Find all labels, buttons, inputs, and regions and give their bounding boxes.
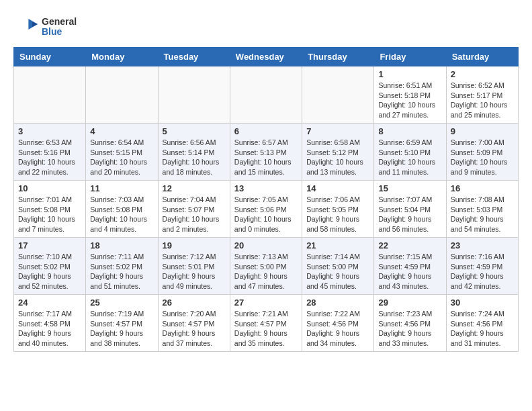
- day-info: Sunrise: 6:59 AMSunset: 5:10 PMDaylight:…: [378, 138, 441, 177]
- day-number: 7: [306, 126, 369, 136]
- calendar-cell: 29Sunrise: 7:23 AMSunset: 4:56 PMDayligh…: [374, 295, 446, 352]
- day-info: Sunrise: 7:12 AMSunset: 5:01 PMDaylight:…: [163, 252, 226, 291]
- day-info: Sunrise: 6:58 AMSunset: 5:12 PMDaylight:…: [306, 138, 369, 177]
- day-info: Sunrise: 7:00 AMSunset: 5:09 PMDaylight:…: [451, 138, 514, 177]
- day-number: 23: [451, 240, 514, 250]
- day-info: Sunrise: 7:05 AMSunset: 5:06 PMDaylight:…: [234, 195, 298, 234]
- day-number: 9: [451, 126, 514, 136]
- calendar-cell: 2Sunrise: 6:52 AMSunset: 5:17 PMDaylight…: [446, 66, 518, 124]
- day-info: Sunrise: 6:57 AMSunset: 5:13 PMDaylight:…: [234, 138, 298, 177]
- logo-svg: [13, 13, 40, 40]
- day-number: 28: [306, 298, 369, 308]
- day-number: 27: [234, 298, 298, 308]
- logo: GeneralBlue: [13, 13, 77, 40]
- calendar-body: 1Sunrise: 6:51 AMSunset: 5:18 PMDaylight…: [14, 66, 519, 352]
- day-info: Sunrise: 7:17 AMSunset: 4:58 PMDaylight:…: [18, 309, 81, 349]
- day-info: Sunrise: 7:24 AMSunset: 4:56 PMDaylight:…: [451, 309, 514, 349]
- calendar-cell: 4Sunrise: 6:54 AMSunset: 5:15 PMDaylight…: [86, 124, 158, 181]
- day-number: 19: [163, 240, 226, 250]
- calendar-cell: 10Sunrise: 7:01 AMSunset: 5:08 PMDayligh…: [14, 181, 86, 238]
- calendar-cell: 1Sunrise: 6:51 AMSunset: 5:18 PMDaylight…: [374, 66, 446, 124]
- calendar-cell: 30Sunrise: 7:24 AMSunset: 4:56 PMDayligh…: [446, 295, 518, 352]
- calendar-cell: 23Sunrise: 7:16 AMSunset: 4:59 PMDayligh…: [446, 238, 518, 295]
- day-info: Sunrise: 7:06 AMSunset: 5:05 PMDaylight:…: [306, 195, 369, 234]
- calendar-cell: 27Sunrise: 7:21 AMSunset: 4:57 PMDayligh…: [230, 295, 302, 352]
- calendar-cell: 20Sunrise: 7:13 AMSunset: 5:00 PMDayligh…: [230, 238, 302, 295]
- calendar-cell: 13Sunrise: 7:05 AMSunset: 5:06 PMDayligh…: [230, 181, 302, 238]
- day-info: Sunrise: 7:14 AMSunset: 5:00 PMDaylight:…: [306, 252, 369, 291]
- calendar-cell: 28Sunrise: 7:22 AMSunset: 4:56 PMDayligh…: [302, 295, 374, 352]
- calendar-cell: 14Sunrise: 7:06 AMSunset: 5:05 PMDayligh…: [302, 181, 374, 238]
- day-number: 5: [163, 126, 226, 136]
- day-number: 25: [90, 298, 153, 308]
- weekday-header-tuesday: Tuesday: [158, 48, 230, 66]
- calendar-cell: 21Sunrise: 7:14 AMSunset: 5:00 PMDayligh…: [302, 238, 374, 295]
- day-info: Sunrise: 7:04 AMSunset: 5:07 PMDaylight:…: [163, 195, 226, 234]
- calendar-cell: 17Sunrise: 7:10 AMSunset: 5:02 PMDayligh…: [14, 238, 86, 295]
- day-info: Sunrise: 7:15 AMSunset: 4:59 PMDaylight:…: [378, 252, 441, 291]
- day-info: Sunrise: 7:07 AMSunset: 5:04 PMDaylight:…: [378, 195, 441, 234]
- day-info: Sunrise: 7:19 AMSunset: 4:57 PMDaylight:…: [90, 309, 153, 349]
- weekday-header-thursday: Thursday: [302, 48, 374, 66]
- day-number: 15: [378, 183, 441, 193]
- day-number: 10: [18, 183, 81, 193]
- week-row-1: 1Sunrise: 6:51 AMSunset: 5:18 PMDaylight…: [14, 66, 519, 124]
- day-info: Sunrise: 7:23 AMSunset: 4:56 PMDaylight:…: [378, 309, 441, 349]
- day-number: 13: [234, 183, 298, 193]
- calendar: SundayMondayTuesdayWednesdayThursdayFrid…: [13, 47, 519, 352]
- calendar-cell: 24Sunrise: 7:17 AMSunset: 4:58 PMDayligh…: [14, 295, 86, 352]
- calendar-cell: [158, 66, 230, 124]
- calendar-cell: 6Sunrise: 6:57 AMSunset: 5:13 PMDaylight…: [230, 124, 302, 181]
- page-header: GeneralBlue: [13, 13, 519, 40]
- weekday-header-saturday: Saturday: [446, 48, 518, 66]
- calendar-cell: 3Sunrise: 6:53 AMSunset: 5:16 PMDaylight…: [14, 124, 86, 181]
- week-row-5: 24Sunrise: 7:17 AMSunset: 4:58 PMDayligh…: [14, 295, 519, 352]
- logo-general: General: [42, 17, 77, 27]
- calendar-cell: 8Sunrise: 6:59 AMSunset: 5:10 PMDaylight…: [374, 124, 446, 181]
- day-info: Sunrise: 7:11 AMSunset: 5:02 PMDaylight:…: [90, 252, 153, 291]
- calendar-cell: 11Sunrise: 7:03 AMSunset: 5:08 PMDayligh…: [86, 181, 158, 238]
- day-number: 18: [90, 240, 153, 250]
- day-number: 29: [378, 298, 441, 308]
- calendar-cell: [302, 66, 374, 124]
- day-number: 4: [90, 126, 153, 136]
- calendar-cell: 15Sunrise: 7:07 AMSunset: 5:04 PMDayligh…: [374, 181, 446, 238]
- calendar-cell: 25Sunrise: 7:19 AMSunset: 4:57 PMDayligh…: [86, 295, 158, 352]
- week-row-3: 10Sunrise: 7:01 AMSunset: 5:08 PMDayligh…: [14, 181, 519, 238]
- day-info: Sunrise: 7:20 AMSunset: 4:57 PMDaylight:…: [163, 309, 226, 349]
- day-number: 20: [234, 240, 298, 250]
- day-info: Sunrise: 7:13 AMSunset: 5:00 PMDaylight:…: [234, 252, 298, 291]
- calendar-header: SundayMondayTuesdayWednesdayThursdayFrid…: [14, 48, 519, 66]
- day-info: Sunrise: 7:22 AMSunset: 4:56 PMDaylight:…: [306, 309, 369, 349]
- day-number: 26: [163, 298, 226, 308]
- day-info: Sunrise: 6:56 AMSunset: 5:14 PMDaylight:…: [163, 138, 226, 177]
- day-info: Sunrise: 6:51 AMSunset: 5:18 PMDaylight:…: [378, 81, 441, 120]
- weekday-header-monday: Monday: [86, 48, 158, 66]
- day-info: Sunrise: 6:53 AMSunset: 5:16 PMDaylight:…: [18, 138, 81, 177]
- logo-text: GeneralBlue: [42, 17, 77, 38]
- weekday-header-sunday: Sunday: [14, 48, 86, 66]
- day-number: 6: [234, 126, 298, 136]
- weekday-row: SundayMondayTuesdayWednesdayThursdayFrid…: [14, 48, 519, 66]
- calendar-cell: 7Sunrise: 6:58 AMSunset: 5:12 PMDaylight…: [302, 124, 374, 181]
- day-info: Sunrise: 6:54 AMSunset: 5:15 PMDaylight:…: [90, 138, 153, 177]
- calendar-cell: [14, 66, 86, 124]
- day-info: Sunrise: 6:52 AMSunset: 5:17 PMDaylight:…: [451, 81, 514, 120]
- weekday-header-friday: Friday: [374, 48, 446, 66]
- week-row-2: 3Sunrise: 6:53 AMSunset: 5:16 PMDaylight…: [14, 124, 519, 181]
- week-row-4: 17Sunrise: 7:10 AMSunset: 5:02 PMDayligh…: [14, 238, 519, 295]
- calendar-cell: 12Sunrise: 7:04 AMSunset: 5:07 PMDayligh…: [158, 181, 230, 238]
- calendar-cell: 26Sunrise: 7:20 AMSunset: 4:57 PMDayligh…: [158, 295, 230, 352]
- calendar-cell: 22Sunrise: 7:15 AMSunset: 4:59 PMDayligh…: [374, 238, 446, 295]
- day-number: 12: [163, 183, 226, 193]
- day-info: Sunrise: 7:08 AMSunset: 5:03 PMDaylight:…: [451, 195, 514, 234]
- calendar-cell: 16Sunrise: 7:08 AMSunset: 5:03 PMDayligh…: [446, 181, 518, 238]
- weekday-header-wednesday: Wednesday: [230, 48, 302, 66]
- day-info: Sunrise: 7:10 AMSunset: 5:02 PMDaylight:…: [18, 252, 81, 291]
- day-number: 1: [378, 69, 441, 79]
- day-number: 16: [451, 183, 514, 193]
- day-number: 21: [306, 240, 369, 250]
- day-info: Sunrise: 7:03 AMSunset: 5:08 PMDaylight:…: [90, 195, 153, 234]
- day-number: 24: [18, 298, 81, 308]
- day-number: 22: [378, 240, 441, 250]
